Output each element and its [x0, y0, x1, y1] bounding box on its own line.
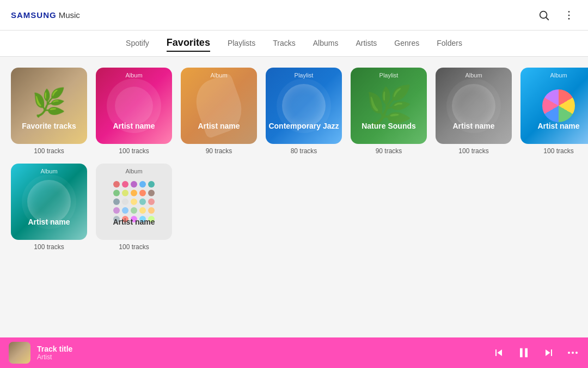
player-controls	[492, 345, 579, 360]
player-thumb-art	[9, 342, 30, 364]
svg-point-5	[568, 352, 570, 354]
card-thumb-favorites: 🌿 Favorite tracks	[11, 68, 87, 144]
player-thumb	[9, 342, 30, 364]
svg-point-4	[568, 18, 570, 20]
splash-decoration	[452, 84, 495, 128]
pause-icon	[516, 345, 531, 360]
card-title-album6: Artist name	[98, 218, 170, 227]
next-button[interactable]	[542, 346, 555, 359]
card-album4[interactable]: Album Artist name 100 tracks	[520, 68, 588, 155]
card-playlist-jazz[interactable]: Playlist Contemporary Jazz 80 tracks	[266, 68, 342, 155]
card-thumb-album3: Album Artist name	[436, 68, 512, 144]
nav-item-folders[interactable]: Folders	[437, 37, 462, 51]
card-label-album6: Album	[96, 168, 172, 174]
player-info: Track title Artist	[37, 345, 492, 361]
player-bar: Track title Artist	[0, 337, 588, 368]
player-more-button[interactable]	[566, 346, 579, 359]
player-artist: Artist	[37, 353, 492, 361]
card-thumb-jazz: Playlist Contemporary Jazz	[266, 68, 342, 144]
card-label-jazz: Playlist	[266, 72, 342, 79]
nav-bar: Spotify Favorites Playlists Tracks Album…	[0, 31, 588, 57]
card-label-album5: Album	[11, 168, 87, 174]
card-album3[interactable]: Album Artist name 100 tracks	[436, 68, 512, 155]
svg-point-2	[568, 11, 570, 13]
main-content: 🌿 Favorite tracks 100 tracks Album Artis…	[0, 57, 588, 337]
card-tracks-album5: 100 tracks	[34, 243, 64, 251]
player-more-icon	[566, 346, 579, 359]
prev-icon	[492, 346, 505, 359]
brand-name: SAMSUNG	[11, 10, 57, 20]
next-icon	[542, 346, 555, 359]
card-tracks-album4: 100 tracks	[543, 147, 573, 155]
nav-item-tracks[interactable]: Tracks	[273, 37, 295, 51]
product-name: Music	[59, 10, 80, 20]
card-title-jazz: Contemporary Jazz	[268, 122, 340, 131]
card-tracks-nature: 90 tracks	[376, 147, 402, 155]
svg-point-0	[540, 11, 547, 18]
card-thumb-album5: Album Artist name	[11, 164, 87, 240]
prev-button[interactable]	[492, 346, 505, 359]
player-track-title: Track title	[37, 345, 492, 353]
card-thumb-album4: Album Artist name	[520, 68, 588, 144]
card-label-nature: Playlist	[351, 72, 427, 79]
card-title-album3: Artist name	[438, 122, 510, 131]
logo: SAMSUNG Music	[11, 10, 80, 20]
more-icon	[563, 9, 575, 21]
card-thumb-album2: Album Artist name	[181, 68, 257, 144]
nav-item-albums[interactable]: Albums	[313, 37, 339, 51]
card-thumb-nature: 🌿 Playlist Nature Sounds	[351, 68, 427, 144]
card-playlist-nature[interactable]: 🌿 Playlist Nature Sounds 90 tracks	[351, 68, 427, 155]
card-title-album2: Artist name	[183, 122, 255, 131]
more-button[interactable]	[561, 7, 577, 23]
card-label-album1: Album	[96, 72, 172, 79]
water-decoration	[282, 84, 326, 128]
card-tracks-album1: 100 tracks	[119, 147, 149, 155]
card-tracks-album2: 90 tracks	[206, 147, 232, 155]
ocean-decoration	[27, 180, 71, 224]
card-album2[interactable]: Album Artist name 90 tracks	[181, 68, 257, 155]
flower-decoration	[115, 87, 153, 125]
nav-item-artists[interactable]: Artists	[356, 37, 377, 51]
play-pause-button[interactable]	[516, 345, 531, 360]
svg-point-3	[568, 14, 570, 16]
card-title-favorites: Favorite tracks	[13, 122, 85, 131]
card-tracks-album6: 100 tracks	[119, 243, 149, 251]
card-favorite-tracks[interactable]: 🌿 Favorite tracks 100 tracks	[11, 68, 87, 155]
card-thumb-album6: Album Artist name	[96, 164, 172, 240]
search-button[interactable]	[536, 7, 552, 23]
nav-item-favorites[interactable]: Favorites	[167, 35, 210, 52]
svg-line-1	[546, 17, 548, 20]
card-label-album4: Album	[520, 72, 588, 79]
card-title-nature: Nature Sounds	[353, 122, 425, 131]
card-title-album4: Artist name	[523, 122, 588, 131]
nav-item-playlists[interactable]: Playlists	[228, 37, 255, 51]
search-icon	[538, 9, 550, 21]
favorites-grid-row1: 🌿 Favorite tracks 100 tracks Album Artis…	[11, 68, 577, 155]
nav-item-genres[interactable]: Genres	[394, 37, 419, 51]
card-tracks-favorites: 100 tracks	[34, 147, 64, 155]
card-album5[interactable]: Album Artist name 100 tracks	[11, 164, 87, 251]
card-album6[interactable]: Album Artist name 100 tracks	[96, 164, 172, 251]
card-tracks-album3: 100 tracks	[458, 147, 488, 155]
card-label-album3: Album	[436, 72, 512, 79]
card-thumb-album1: Album Artist name	[96, 68, 172, 144]
heart-icon: 🌿	[32, 87, 66, 118]
card-label-album2: Album	[181, 72, 257, 79]
nav-item-spotify[interactable]: Spotify	[126, 37, 149, 51]
lollipop-decoration	[542, 89, 575, 122]
favorites-grid-row2: Album Artist name 100 tracks Album Artis…	[11, 164, 577, 251]
header: SAMSUNG Music	[0, 0, 588, 31]
svg-point-7	[575, 352, 578, 354]
card-title-album1: Artist name	[98, 122, 170, 131]
header-icons	[536, 7, 577, 23]
card-title-album5: Artist name	[13, 218, 85, 227]
card-album1[interactable]: Album Artist name 100 tracks	[96, 68, 172, 155]
card-tracks-jazz: 80 tracks	[291, 147, 317, 155]
svg-point-6	[572, 352, 574, 354]
